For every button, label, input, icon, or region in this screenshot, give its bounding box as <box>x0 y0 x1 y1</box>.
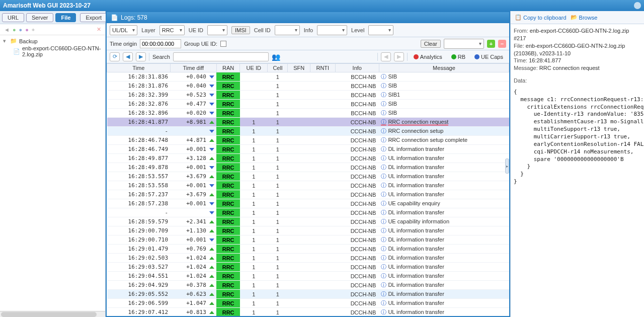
table-row[interactable]: 16:28:32.896+0.020 RRC1BCCH-NBⓘSIB <box>107 109 509 118</box>
cell-info: DCCH-NB <box>335 235 379 245</box>
info-combo[interactable] <box>317 25 347 35</box>
table-row[interactable]: 16:28:53.557+3.679 RRC11DCCH-NBⓘUL infor… <box>107 172 509 181</box>
table-row[interactable]: 16:28:46.749+0.001 RRC11DCCH-NBⓘDL infor… <box>107 145 509 154</box>
table-row[interactable]: 16:29:06.599+1.047 RRC11DCCH-NBⓘUL infor… <box>107 299 509 308</box>
collapse-icon[interactable] <box>634 2 641 9</box>
hscrollbar[interactable] <box>0 311 105 317</box>
table-row[interactable]: 16:29:00.709+1.130 RRC11DCCH-NBⓘUL infor… <box>107 226 509 235</box>
plus-icon[interactable]: + <box>32 27 35 33</box>
next-button[interactable]: ▶ <box>136 52 146 61</box>
level-combo[interactable] <box>368 25 393 35</box>
analytics-button[interactable]: Analytics <box>411 53 445 60</box>
cell-diff: +0.001 <box>170 181 216 190</box>
tab-file[interactable]: File <box>55 13 76 22</box>
table-row[interactable]: - RRC11CCCH-NBⓘRRC connection setup <box>107 127 509 136</box>
arrow-left-icon[interactable]: ◄ <box>4 27 10 33</box>
log-table-wrap[interactable]: TimeTime diffRANUE IDCellSFNRNTIInfoMess… <box>107 63 509 316</box>
table-row[interactable]: - RRC11DCCH-NBⓘDL information transfer <box>107 208 509 217</box>
close-icon[interactable]: ✕ <box>97 26 101 33</box>
col-ue-id[interactable]: UE ID <box>240 64 268 72</box>
from-value: enb-export-CC660D-GEO-NTN-2.log.zip #217 <box>514 28 629 41</box>
add-filter-button[interactable]: + <box>487 40 495 48</box>
table-row[interactable]: 16:29:01.479+0.769 RRC11DCCH-NBⓘDL infor… <box>107 245 509 254</box>
table-row[interactable]: 16:28:32.399+0.523 RRC1BCCH-NBⓘSIB1 <box>107 91 509 100</box>
table-row[interactable]: 16:28:49.878+0.001 RRC11DCCH-NBⓘDL infor… <box>107 163 509 172</box>
table-row[interactable]: 16:28:32.876+0.477 RRC1BCCH-NBⓘSIB <box>107 100 509 109</box>
panel-grip-icon[interactable]: ▸ <box>505 158 509 174</box>
cell-rnti <box>310 263 335 272</box>
remove-filter-button[interactable]: − <box>498 40 506 48</box>
table-row[interactable]: 16:28:41.877+8.981 RRC11CCCH-NBⓘRRC conn… <box>107 118 509 127</box>
refresh-button[interactable]: ⟳ <box>110 52 120 61</box>
caret-icon[interactable]: ▾ <box>3 38 8 44</box>
rb-button[interactable]: RB <box>448 53 468 60</box>
table-row[interactable]: 16:28:31.836+0.040 RRC1BCCH-NBⓘSIB <box>107 72 509 82</box>
circle-blue-icon[interactable]: ● <box>19 27 23 33</box>
cell-diff: +1.024 <box>170 272 216 281</box>
cell-message: ⓘRRC connection request <box>379 118 509 127</box>
cell-sfn <box>288 100 310 109</box>
direction-icon <box>209 112 214 115</box>
table-row[interactable]: 16:28:46.748+4.871 RRC11DCCH-NBⓘRRC conn… <box>107 136 509 145</box>
imsi-button[interactable]: IMSI <box>231 26 250 34</box>
uldl-combo[interactable]: UL/DL <box>110 25 137 35</box>
col-message[interactable]: Message <box>379 64 509 72</box>
table-row[interactable]: 16:29:02.503+1.024 RRC11DCCH-NBⓘDL infor… <box>107 254 509 263</box>
cell-sfn <box>288 199 310 208</box>
table-row[interactable]: 16:28:53.558+0.001 RRC11DCCH-NBⓘDL infor… <box>107 181 509 190</box>
cell-message: ⓘUL information transfer <box>379 299 509 308</box>
table-row[interactable]: 16:29:07.412+0.813 RRC11DCCH-NBⓘUL infor… <box>107 308 509 316</box>
col-ran[interactable]: RAN <box>216 64 239 72</box>
group-ueid-checkbox[interactable] <box>220 41 226 47</box>
prev-button[interactable]: ◀ <box>123 52 133 61</box>
table-row[interactable]: 16:28:57.237+3.679 RRC11DCCH-NBⓘUL infor… <box>107 190 509 199</box>
table-row[interactable]: 16:29:04.929+0.378 RRC11DCCH-NBⓘDL infor… <box>107 281 509 290</box>
table-row[interactable]: 16:29:04.551+1.024 RRC11DCCH-NBⓘUL infor… <box>107 272 509 281</box>
col-rnti[interactable]: RNTI <box>310 64 335 72</box>
info-icon: ⓘ <box>381 73 386 80</box>
export-button[interactable]: Export <box>80 13 107 22</box>
table-row[interactable]: 16:28:59.579+2.341 RRC11DCCH-NBⓘUE capab… <box>107 217 509 226</box>
cell-time: 16:28:59.579 <box>107 217 171 226</box>
table-row[interactable]: 16:28:57.238+0.001 RRC11DCCH-NBⓘUE capab… <box>107 199 509 208</box>
ueid-combo[interactable] <box>207 25 227 35</box>
cell-cell: 1 <box>268 181 288 190</box>
table-row[interactable]: 16:28:49.877+3.128 RRC11DCCH-NBⓘUL infor… <box>107 154 509 163</box>
circle-green-icon[interactable]: ● <box>13 27 16 33</box>
tree-folder-backup[interactable]: ▾ 📁 Backup <box>3 37 102 45</box>
filter-preset-combo[interactable] <box>444 39 484 49</box>
col-cell[interactable]: Cell <box>268 64 288 72</box>
document-icon: 📄 <box>111 14 118 21</box>
cell-rnti <box>310 245 335 254</box>
cell-ran: RRC <box>216 109 239 118</box>
layer-combo[interactable]: RRC <box>159 25 185 35</box>
nav-right-button[interactable]: ▶ <box>394 52 404 61</box>
clear-button[interactable]: Clear <box>421 40 441 48</box>
table-row[interactable]: 16:29:05.552+0.623 RRC11DCCH-NBⓘDL infor… <box>107 290 509 299</box>
table-row[interactable]: 16:28:31.876+0.040 RRC1BCCH-NBⓘSIB <box>107 82 509 91</box>
nav-left-button[interactable]: ◀ <box>381 52 391 61</box>
left-toolbar: URL Server File Export ⟳ <box>0 11 105 24</box>
direction-icon <box>209 184 214 187</box>
col-sfn[interactable]: SFN <box>288 64 310 72</box>
table-row[interactable]: 16:29:00.710+0.001 RRC11DCCH-NBⓘDL infor… <box>107 235 509 245</box>
copy-clipboard-button[interactable]: 📋Copy to clipboard <box>515 14 567 21</box>
cellid-combo[interactable] <box>275 25 300 35</box>
tab-url[interactable]: URL <box>2 13 24 22</box>
col-time[interactable]: Time <box>107 64 171 72</box>
tree-file[interactable]: 📄 enb-export-CC660D-GEO-NTN-2.log.zip <box>3 45 102 58</box>
time-origin-input[interactable] <box>140 39 181 48</box>
col-time-diff[interactable]: Time diff <box>170 64 216 72</box>
flow-icon[interactable]: 👥 <box>272 53 280 61</box>
uecaps-button[interactable]: UE Caps <box>471 53 506 60</box>
tab-server[interactable]: Server <box>26 13 53 22</box>
logs-tab[interactable]: 📄 Logs: 578 <box>107 12 509 23</box>
cell-diff: +1.024 <box>170 254 216 263</box>
browse-button[interactable]: 📂Browse <box>571 14 598 21</box>
direction-icon <box>209 284 214 287</box>
cell-cell: 1 <box>268 235 288 245</box>
col-info[interactable]: Info <box>335 64 379 72</box>
search-input[interactable] <box>173 52 269 61</box>
circle-yellow-icon[interactable]: ● <box>25 27 29 33</box>
table-row[interactable]: 16:29:03.527+1.024 RRC11DCCH-NBⓘUL infor… <box>107 263 509 272</box>
